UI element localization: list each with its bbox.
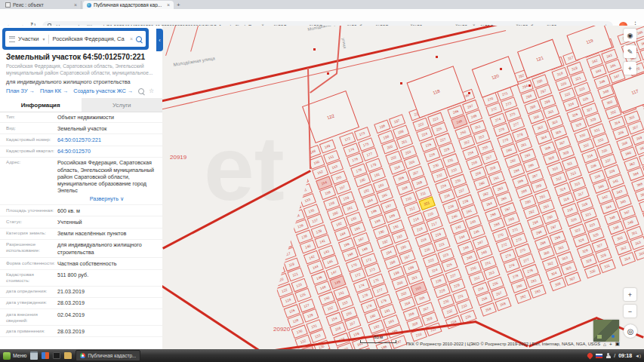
row-label: Кадастровый номер: xyxy=(0,137,57,143)
overview-minimap[interactable] xyxy=(593,320,619,342)
panel-tabs: Информация Услуги xyxy=(0,98,162,112)
quarter-number: 20920 xyxy=(273,326,290,333)
pencil-icon[interactable]: / xyxy=(614,353,615,358)
home-icon[interactable]: ⌂ xyxy=(603,342,606,347)
table-row: дата внесения сведений:02.04.2019 xyxy=(0,309,162,326)
panel-link[interactable]: План ЗУ → xyxy=(6,87,35,94)
table-row: Категория земель:Земли населённых пункто… xyxy=(0,229,162,240)
taskbar: Меню Публичная кадастр... / 09:18 ◄) xyxy=(0,349,644,362)
tab-information[interactable]: Информация xyxy=(0,98,82,112)
parcel-number: 119 xyxy=(585,38,593,45)
plus-icon[interactable]: + xyxy=(609,342,612,347)
user-icon[interactable] xyxy=(605,353,611,359)
empty-quarter-area xyxy=(162,26,644,349)
add-object-button[interactable]: + xyxy=(624,62,636,75)
scale-bar: 60 м xyxy=(360,335,396,343)
tab1-favicon-icon xyxy=(5,2,11,8)
zoom-out-button[interactable]: − xyxy=(624,305,636,318)
layers-button[interactable]: ◉ xyxy=(624,29,636,41)
app-icon[interactable] xyxy=(42,352,49,359)
keyboard-layout-flag-icon[interactable] xyxy=(596,354,602,358)
search-icon[interactable] xyxy=(136,36,142,42)
locate-button[interactable]: ◎ xyxy=(624,324,637,338)
row-value: 21.03.2019 xyxy=(57,288,162,295)
table-row: дата применения:28.03.2019 xyxy=(0,326,162,337)
taskbar-menu-button[interactable]: Меню xyxy=(3,352,26,360)
screen: Реис : объект × Публичная кадастровая ка… xyxy=(0,0,644,362)
file-manager-icon[interactable] xyxy=(64,352,72,359)
tab1-title: Реис : объект xyxy=(13,2,72,8)
new-tab-button[interactable]: + xyxy=(177,2,180,8)
chevron-down-icon[interactable]: ▼ xyxy=(42,37,46,41)
row-label: Адрес: xyxy=(0,159,57,202)
table-row: Кадастровая стоимость:511 800 руб. xyxy=(0,270,162,287)
row-label: Статус: xyxy=(0,219,57,225)
row-value: Земельный участок xyxy=(57,125,162,132)
table-row: Вид:Земельный участок xyxy=(0,123,162,134)
search-input[interactable]: Российская Федерация, Са xyxy=(52,35,126,42)
cadastral-map[interactable]: 1001011021031041051061071081091101111121… xyxy=(162,26,644,349)
table-row: Тип:Объект недвижимости xyxy=(0,112,162,123)
show-desktop-icon[interactable] xyxy=(30,351,38,360)
panel-link[interactable]: План КК → xyxy=(40,87,68,94)
row-value: для индивидуального жилищного строительс… xyxy=(57,241,162,255)
tab1-close-icon[interactable]: × xyxy=(74,2,77,8)
row-value: Российская Федерация, Саратовская област… xyxy=(57,159,162,202)
tab-services[interactable]: Услуги xyxy=(82,98,163,112)
parcel-subtitle: Российская Федерация, Саратовская област… xyxy=(6,63,156,77)
table-row: Статус:Учтенный xyxy=(0,216,162,228)
survey-point xyxy=(313,48,316,51)
terminal-icon[interactable] xyxy=(53,352,60,359)
panel-links: План ЗУ →План КК →Создать участок ЖС → xyxy=(6,87,133,94)
scale-line xyxy=(360,340,396,343)
active-task-button[interactable]: Публичная кадастр... xyxy=(75,350,140,361)
volume-icon[interactable]: ◄) xyxy=(635,354,641,358)
survey-point xyxy=(400,82,402,84)
row-value: 28.03.2019 xyxy=(57,328,162,335)
location-pin-icon[interactable] xyxy=(587,352,594,360)
panel-collapse-button[interactable]: ‹ xyxy=(156,29,163,51)
row-value: Объект недвижимости xyxy=(57,114,162,121)
parcel-number: 117 xyxy=(630,89,639,96)
browser-tab-2-active[interactable]: Публичная кадастровая кар... × xyxy=(83,1,174,9)
map-attribution: ПКК © Росреестр 2010-2022 | ЦЭКО © Росре… xyxy=(406,341,620,347)
parcel-title: Земельный участок 64:50:012570:221 xyxy=(6,53,157,61)
table-row: дата определения:21.03.2019 xyxy=(0,287,162,298)
parcel-number: 118 xyxy=(432,89,440,96)
expand-link[interactable]: Развернуть ∨ xyxy=(57,195,156,202)
row-value[interactable]: 64:50:012570 xyxy=(57,148,162,155)
attribution-text: ПКК © Росреестр 2010-2022 | ЦЭКО © Росре… xyxy=(406,342,600,346)
row-label: Кадастровая стоимость: xyxy=(0,272,57,284)
zoom-to-parcel-icon[interactable] xyxy=(138,88,144,94)
menu-label: Меню xyxy=(13,353,26,358)
parcel-number: 120 xyxy=(491,73,499,80)
search-bar: Участки ▼ Российская Федерация, Са × xyxy=(2,28,149,50)
table-row: Адрес:Российская Федерация, Саратовская … xyxy=(0,158,162,205)
fullscreen-icon[interactable]: ▣ xyxy=(615,341,620,347)
row-label: Площадь уточненная: xyxy=(0,207,57,214)
parcel-number: 122 xyxy=(326,113,334,120)
survey-point xyxy=(500,68,502,70)
favorite-star-icon[interactable]: ☆ xyxy=(149,87,154,94)
row-value: Земли населённых пунктов xyxy=(57,230,162,237)
search-category-select[interactable]: Участки xyxy=(18,35,39,42)
clear-search-icon[interactable]: × xyxy=(130,36,133,41)
row-value: 02.04.2019 xyxy=(57,311,162,324)
row-value[interactable]: 64:50:012570:221 xyxy=(57,137,162,143)
measure-button[interactable]: ✎ xyxy=(624,45,636,58)
parcel-usage: для индивидуального жилищного строительс… xyxy=(6,78,156,85)
menu-icon xyxy=(3,352,11,360)
row-value: Частная собственность xyxy=(57,260,162,267)
row-label: Кадастровый квартал: xyxy=(0,148,57,155)
browser-toolbar: ← → ↻ pkk.rosreestr.ru/#/search/51.50834… xyxy=(0,9,644,26)
browser-tabstrip: Реис : объект × Публичная кадастровая ка… xyxy=(0,0,644,9)
parcel-number: 121 xyxy=(535,55,544,62)
menu-burger-icon[interactable] xyxy=(9,36,15,42)
tab2-close-icon[interactable]: × xyxy=(167,2,170,8)
panel-link[interactable]: Создать участок ЖС → xyxy=(73,87,133,94)
info-table: Тип:Объект недвижимостиВид:Земельный уча… xyxy=(0,112,162,337)
zoom-in-button[interactable]: + xyxy=(624,288,636,301)
browser-tab-1[interactable]: Реис : объект × xyxy=(2,1,82,9)
scale-label: 60 м xyxy=(360,335,396,339)
search-inner: Участки ▼ Российская Федерация, Са × xyxy=(5,31,146,47)
